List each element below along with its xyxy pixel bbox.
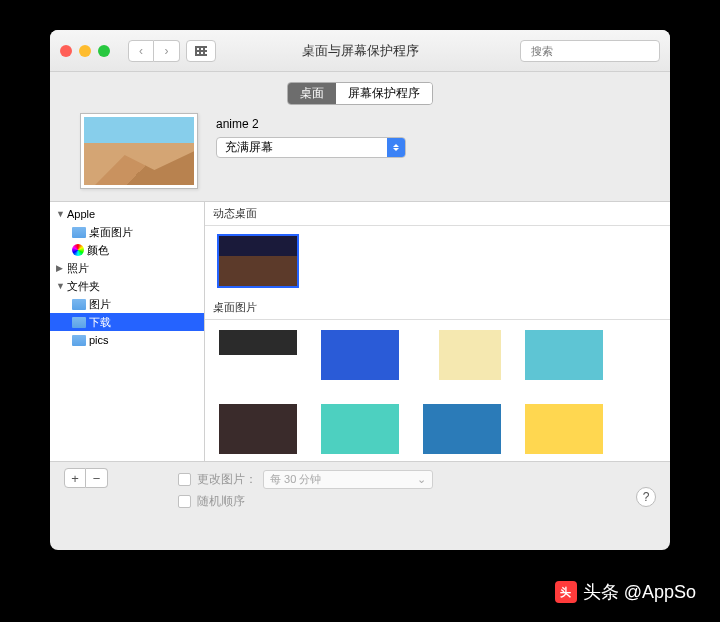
remove-folder-button[interactable]: − <box>86 468 108 488</box>
wallpaper-thumb[interactable] <box>219 330 297 380</box>
desert-image <box>84 117 194 185</box>
wallpaper-name: anime 2 <box>216 117 640 131</box>
wallpaper-thumb[interactable] <box>525 404 603 454</box>
sidebar-item-pictures[interactable]: 图片 <box>50 295 204 313</box>
folder-icon <box>72 299 86 310</box>
disclosure-triangle-icon: ▼ <box>56 281 64 291</box>
toutiao-logo-icon: 头 <box>555 581 577 603</box>
folder-icon <box>72 317 86 328</box>
wallpaper-thumb[interactable] <box>423 404 501 454</box>
watermark: 头 头条 @AppSo <box>555 580 696 604</box>
sidebar-item-colors[interactable]: 颜色 <box>50 241 204 259</box>
disclosure-triangle-icon: ▼ <box>56 209 64 219</box>
wallpaper-grid: 动态桌面 桌面图片 <box>205 202 670 461</box>
sidebar-item-folders[interactable]: ▼文件夹 <box>50 277 204 295</box>
fill-mode-dropdown[interactable]: 充满屏幕 <box>216 137 406 158</box>
sidebar-item-apple[interactable]: ▼Apple <box>50 205 204 223</box>
preview-row: anime 2 充满屏幕 <box>50 113 670 201</box>
desktop-thumbs <box>205 320 670 461</box>
footer: + − 更改图片： 每 30 分钟⌄ 随机顺序 ? <box>50 461 670 517</box>
add-folder-button[interactable]: + <box>64 468 86 488</box>
interval-dropdown[interactable]: 每 30 分钟⌄ <box>263 470 433 489</box>
wallpaper-thumb[interactable] <box>219 404 297 454</box>
sidebar-item-downloads[interactable]: 下载 <box>50 313 204 331</box>
minimize-button[interactable] <box>79 45 91 57</box>
back-button[interactable]: ‹ <box>128 40 154 62</box>
traffic-lights <box>60 45 110 57</box>
tab-screensaver[interactable]: 屏幕保护程序 <box>336 83 432 104</box>
sidebar-item-pics[interactable]: pics <box>50 331 204 349</box>
color-wheel-icon <box>72 244 84 256</box>
show-all-button[interactable] <box>186 40 216 62</box>
updown-icon: ⌄ <box>417 473 426 486</box>
dynamic-thumbs <box>205 226 670 296</box>
wallpaper-thumb[interactable] <box>423 330 501 380</box>
split-view: ▼Apple 桌面图片 颜色 ▶照片 ▼文件夹 图片 下载 pics 动态桌面 … <box>50 201 670 461</box>
change-picture-label: 更改图片： <box>197 471 257 488</box>
sidebar-item-photos[interactable]: ▶照片 <box>50 259 204 277</box>
random-checkbox[interactable] <box>178 495 191 508</box>
section-dynamic-header: 动态桌面 <box>205 202 670 226</box>
sidebar-item-desktop-pictures[interactable]: 桌面图片 <box>50 223 204 241</box>
add-remove-buttons: + − <box>64 468 108 488</box>
wallpaper-thumb[interactable] <box>321 330 399 380</box>
tab-desktop[interactable]: 桌面 <box>288 83 336 104</box>
titlebar: ‹ › 桌面与屏幕保护程序 <box>50 30 670 72</box>
preferences-window: ‹ › 桌面与屏幕保护程序 桌面 屏幕保护程序 anime 2 充满屏幕 ▼Ap… <box>50 30 670 550</box>
wallpaper-thumb[interactable] <box>219 236 297 286</box>
dropdown-arrows-icon <box>387 138 405 157</box>
nav-buttons: ‹ › <box>128 40 180 62</box>
fill-mode-value: 充满屏幕 <box>225 139 273 156</box>
folder-icon <box>72 335 86 346</box>
current-wallpaper-preview <box>80 113 198 189</box>
change-picture-row: 更改图片： 每 30 分钟⌄ <box>178 468 433 490</box>
change-picture-checkbox[interactable] <box>178 473 191 486</box>
close-button[interactable] <box>60 45 72 57</box>
help-button[interactable]: ? <box>636 487 656 507</box>
wallpaper-thumb[interactable] <box>525 330 603 380</box>
change-options: 更改图片： 每 30 分钟⌄ 随机顺序 <box>178 468 433 512</box>
tab-bar: 桌面 屏幕保护程序 <box>50 72 670 113</box>
section-desktop-header: 桌面图片 <box>205 296 670 320</box>
watermark-text: 头条 @AppSo <box>583 580 696 604</box>
grid-icon <box>195 46 207 56</box>
window-title: 桌面与屏幕保护程序 <box>302 42 419 60</box>
zoom-button[interactable] <box>98 45 110 57</box>
random-label: 随机顺序 <box>197 493 245 510</box>
search-field[interactable] <box>520 40 660 62</box>
wallpaper-thumb[interactable] <box>321 404 399 454</box>
random-row: 随机顺序 <box>178 490 433 512</box>
segmented-control: 桌面 屏幕保护程序 <box>287 82 433 105</box>
disclosure-triangle-icon: ▶ <box>56 263 64 273</box>
search-input[interactable] <box>531 45 669 57</box>
forward-button[interactable]: › <box>154 40 180 62</box>
source-sidebar: ▼Apple 桌面图片 颜色 ▶照片 ▼文件夹 图片 下载 pics <box>50 202 205 461</box>
preview-info: anime 2 充满屏幕 <box>216 113 640 158</box>
folder-icon <box>72 227 86 238</box>
